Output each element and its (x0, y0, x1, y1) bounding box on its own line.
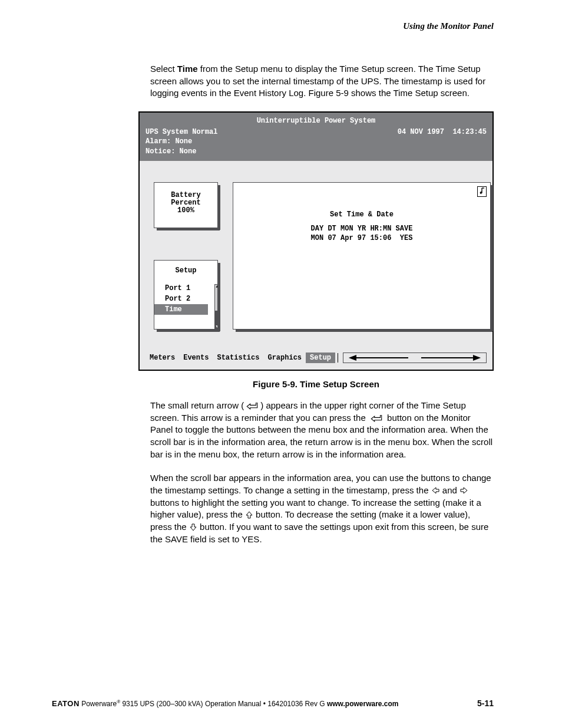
info-title: Set Time & Date (239, 210, 484, 219)
brand: EATON (52, 699, 80, 708)
lcd-footer-tabs: Meters Events Statistics Graphics Setup (140, 350, 492, 370)
text: The small return arrow ( (150, 400, 244, 410)
tab-events[interactable]: Events (179, 353, 213, 363)
return-arrow-icon (477, 186, 487, 197)
lcd-time: 14:23:45 (452, 128, 487, 136)
page-header-title: Using the Monitor Panel (35, 21, 494, 31)
figure-time-setup: Uninterruptible Power System UPS System … (138, 111, 494, 371)
battery-panel: Battery Percent 100% (154, 182, 218, 228)
info-panel: Set Time & Date DAY DT MON YR HR:MN SAVE… (233, 182, 491, 330)
text: Select (150, 64, 177, 74)
tab-setup[interactable]: Setup (306, 353, 335, 363)
text: 9315 UPS (200–300 kVA) Operation Manual … (120, 700, 327, 708)
paragraph-timestamp-buttons: When the scroll bar appears in the infor… (150, 472, 494, 545)
footer-url: www.powerware.com (327, 700, 399, 708)
setup-item-port2[interactable]: Port 2 (154, 294, 217, 304)
page-footer: EATON Powerware® 9315 UPS (200–300 kVA) … (52, 699, 494, 708)
info-content: Set Time & Date DAY DT MON YR HR:MN SAVE… (239, 210, 484, 243)
arrow-down-icon (189, 523, 197, 531)
text: 100% (154, 207, 217, 215)
text: and (440, 485, 459, 495)
lcd-status-left: UPS System Normal Alarm: None Notice: No… (146, 127, 217, 156)
lcd-date: 04 NOV 1997 (398, 128, 444, 136)
status-line: UPS System Normal (146, 127, 217, 137)
tab-graphics[interactable]: Graphics (263, 353, 306, 363)
time-fields[interactable]: DAY DT MON YR HR:MN SAVE MON 07 Apr 97 1… (311, 224, 413, 243)
text: from the Setup menu to display the Time … (150, 64, 485, 98)
text: Powerware (80, 700, 117, 708)
text: button. If you want to save the settings… (150, 522, 488, 544)
setup-item-port1[interactable]: Port 1 (154, 283, 217, 294)
setup-item-time[interactable]: Time (154, 304, 208, 315)
lcd-body: Battery Percent 100% Setup Port 1 Port 2… (140, 161, 492, 350)
tab-statistics[interactable]: Statistics (213, 353, 263, 363)
menu-scrollbar[interactable]: ▲ ▼ (214, 284, 220, 329)
return-arrow-icon (244, 403, 260, 410)
lcd-screen: Uninterruptible Power System UPS System … (138, 111, 494, 371)
svg-marker-1 (349, 355, 356, 361)
lcd-datetime: 04 NOV 1997 14:23:45 (398, 127, 487, 156)
scroll-up-icon: ▲ (215, 284, 219, 289)
divider (338, 353, 338, 363)
arrow-right-icon (459, 487, 468, 495)
arrow-left-icon (431, 487, 440, 495)
bold-time: Time (177, 64, 198, 74)
paragraph-return-arrow: The small return arrow () appears in the… (150, 400, 494, 460)
lcd-title: Uninterruptible Power System (146, 116, 487, 126)
return-arrow-icon (368, 415, 385, 422)
footer-slider[interactable] (343, 353, 487, 363)
arrow-up-icon (245, 511, 253, 519)
tab-meters[interactable]: Meters (146, 353, 179, 363)
svg-marker-3 (473, 355, 481, 361)
setup-menu-panel: Setup Port 1 Port 2 Time ▲ ▼ (154, 260, 218, 330)
status-line: Alarm: None (146, 137, 217, 146)
setup-title: Setup (154, 266, 217, 275)
page-number: 5-11 (477, 699, 494, 708)
scroll-down-icon: ▼ (215, 324, 219, 329)
intro-paragraph: Select Time from the Setup menu to displ… (150, 63, 494, 100)
lcd-header: Uninterruptible Power System UPS System … (140, 113, 492, 161)
status-line: Notice: None (146, 147, 217, 156)
footer-left: EATON Powerware® 9315 UPS (200–300 kVA) … (52, 699, 399, 708)
figure-caption: Figure 5-9. Time Setup Screen (138, 379, 494, 389)
